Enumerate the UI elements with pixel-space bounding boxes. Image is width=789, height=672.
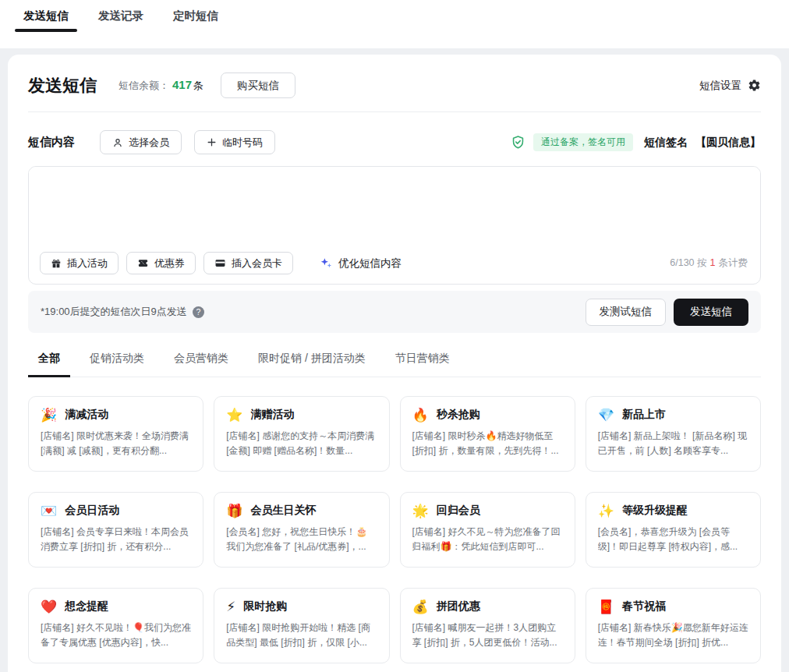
template-card-seckill[interactable]: 🔥秒杀抢购 [店铺名] 限时秒杀🔥精选好物低至 [折扣] 折，数量有限，先到先得… [400,396,575,472]
template-tab-festival[interactable]: 节日营销类 [385,348,460,377]
insert-activity-label: 插入活动 [67,256,108,271]
signature-value[interactable]: 【圆贝信息】 [695,136,761,150]
template-card-miss-you[interactable]: ❤️想念提醒 [店铺名] 好久不见啦！🎈我们为您准备了专属优惠 [优惠内容]，快… [28,588,203,663]
balance-label: 短信余额： [119,79,169,93]
template-title: 想念提醒 [65,599,108,614]
heart-icon: ❤️ [41,600,57,614]
gift-box-icon: 🎁 [226,504,242,518]
person-icon [112,137,123,148]
template-card-returning-member[interactable]: 🌟回归会员 [店铺名] 好久不见～特为您准备了回归福利🎁：凭此短信到店即可... [400,492,575,568]
template-card-spring-festival[interactable]: 🧧春节祝福 [店铺名] 新春快乐🎉愿您新年好运连连！春节期间全场 [折扣] 折优… [586,588,761,663]
gift-icon [51,258,62,269]
sms-content-input[interactable] [29,167,760,252]
insert-activity-button[interactable]: 插入活动 [40,252,119,274]
template-body: [店铺名] 感谢您的支持～本周消费满 [金额] 即赠 [赠品名称]！数量... [226,429,377,458]
send-sms-button[interactable]: 发送短信 [674,299,748,326]
lightning-icon: ⚡ [226,600,235,614]
top-tab-bar: 发送短信 发送记录 定时短信 [0,0,789,48]
send-test-sms-button[interactable]: 发测试短信 [586,299,667,326]
gem-icon: 💎 [598,409,614,422]
template-card-gift-with-purchase[interactable]: ⭐满赠活动 [店铺名] 感谢您的支持～本周消费满 [金额] 即赠 [赠品名称]！… [214,396,389,472]
template-title: 春节祝福 [622,599,666,614]
template-body: [店铺名] 限时抢购开始啦！精选 [商品类型] 最低 [折扣] 折，仅限 [小.… [226,621,377,649]
main-panel: 发送短信 短信余额： 417 条 购买短信 短信设置 短信内容 选择会员 临时号… [8,55,781,672]
tab-send-sms[interactable]: 发送短信 [23,9,69,22]
template-title: 限时抢购 [243,599,287,614]
template-body: [店铺名] 限时秒杀🔥精选好物低至 [折扣] 折，数量有限，先到先得！... [412,429,563,458]
insert-member-card-button[interactable]: 插入会员卡 [203,252,293,274]
template-body: [店铺名] 好久不见～特为您准备了回归福利🎁：凭此短信到店即可... [412,525,563,554]
editor-toolbar: 插入活动 优惠券 插入会员卡 优化短信内容 6/130 按1条计费 [29,252,760,284]
template-title: 回归会员 [437,504,480,518]
section-title-sms-content: 短信内容 [28,135,75,150]
template-card-birthday[interactable]: 🎁会员生日关怀 [会员名] 您好，祝您生日快乐！🎂 我们为您准备了 [礼品/优惠… [214,492,389,568]
help-icon[interactable]: ? [193,306,204,318]
template-body: [店铺名] 限时优惠来袭！全场消费满 [满额] 减 [减额]，更有积分翻... [41,429,191,458]
template-card-flash-sale[interactable]: ⚡限时抢购 [店铺名] 限时抢购开始啦！精选 [商品类型] 最低 [折扣] 折，… [214,588,389,663]
template-body: [会员名] 您好，祝您生日快乐！🎂 我们为您准备了 [礼品/优惠券]，... [226,525,377,554]
shield-check-icon [511,135,525,150]
template-body: [店铺名] 好久不见啦！🎈我们为您准备了专属优惠 [优惠内容]，快... [41,621,191,649]
template-title: 会员日活动 [65,504,119,518]
select-member-label: 选择会员 [129,136,169,150]
sms-settings-link[interactable]: 短信设置 [699,79,761,93]
balance-unit: 条 [193,79,203,93]
card-icon [214,257,226,269]
template-title: 等级升级提醒 [622,504,688,518]
template-card-group-buy[interactable]: 💰拼团优惠 [店铺名] 喊朋友一起拼！3人团购立享 [折扣] 折，5人团更低价！… [400,588,575,663]
sms-settings-label: 短信设置 [699,79,741,93]
optimize-sms-label: 优化短信内容 [338,256,402,271]
optimize-sms-button[interactable]: 优化短信内容 [320,256,402,271]
tab-scheduled-sms[interactable]: 定时短信 [173,9,218,22]
counter-count: 1 [710,257,716,268]
template-body: [店铺名] 新春快乐🎉愿您新年好运连连！春节期间全场 [折扣] 折优... [598,621,748,649]
sms-balance: 短信余额： 417 条 [119,78,203,93]
send-actions: 发测试短信 发送短信 [586,299,749,326]
template-body: [会员名]，恭喜您升级为 [会员等级]！即日起尊享 [特权内容]，感... [598,525,748,554]
schedule-notice: *19:00后提交的短信次日9点发送 [41,305,187,319]
template-card-level-upgrade[interactable]: ✨等级升级提醒 [会员名]，恭喜您升级为 [会员等级]！即日起尊享 [特权内容]… [586,492,761,568]
filing-status-badge: 通过备案，签名可用 [533,133,633,151]
page-title: 发送短信 [28,74,97,97]
template-title: 满减活动 [65,408,108,422]
template-card-full-reduction[interactable]: 🎉满减活动 [店铺名] 限时优惠来袭！全场消费满 [满额] 减 [减额]，更有积… [28,396,203,472]
compose-row: 短信内容 选择会员 临时号码 通过备案，签名可用 短信签名 【圆贝信息】 [28,130,761,154]
star-icon: ⭐ [226,409,242,422]
header-divider [28,111,761,112]
template-body: [店铺名] 会员专享日来啦！本周会员消费立享 [折扣] 折，还有积分... [41,525,191,554]
select-member-button[interactable]: 选择会员 [100,130,182,154]
signature-group: 通过备案，签名可用 短信签名 【圆贝信息】 [511,133,761,151]
coupon-button[interactable]: 优惠券 [126,252,196,274]
template-tab-promo[interactable]: 促销活动类 [80,348,154,377]
sparkles-emoji-icon: ✨ [598,504,614,518]
char-counter: 6/130 按1条计费 [670,256,748,270]
plus-icon [207,137,217,147]
template-tab-member[interactable]: 会员营销类 [164,348,239,377]
template-card-member-day[interactable]: 💌会员日活动 [店铺名] 会员专享日来啦！本周会员消费立享 [折扣] 折，还有积… [28,492,203,568]
template-title: 秒杀抢购 [437,408,480,422]
template-title: 满赠活动 [250,408,294,422]
money-bag-icon: 💰 [412,600,429,614]
template-title: 拼团优惠 [437,599,480,614]
template-grid: 🎉满减活动 [店铺名] 限时优惠来袭！全场消费满 [满额] 减 [减额]，更有积… [28,396,761,663]
template-tabs: 全部 促销活动类 会员营销类 限时促销 / 拼团活动类 节日营销类 [28,348,761,377]
tab-send-records[interactable]: 发送记录 [98,9,143,22]
template-tab-flash-group[interactable]: 限时促销 / 拼团活动类 [248,348,376,377]
coupon-label: 优惠券 [154,256,185,271]
counter-prefix: 6/130 按 [670,257,706,268]
red-envelope-icon: 🧧 [598,600,614,614]
ticket-icon [137,257,149,269]
sparkles-icon [320,256,333,270]
glowing-star-icon: 🌟 [412,504,429,518]
gear-icon [748,79,761,92]
template-card-new-product[interactable]: 💎新品上市 [店铺名] 新品上架啦！ [新品名称] 现已开售，前 [人数] 名顾… [586,396,761,472]
notice-bar: *19:00后提交的短信次日9点发送 ? 发测试短信 发送短信 [28,291,761,333]
party-popper-icon: 🎉 [41,409,57,422]
love-letter-icon: 💌 [41,504,57,518]
temp-number-button[interactable]: 临时号码 [194,130,275,154]
template-body: [店铺名] 新品上架啦！ [新品名称] 现已开售，前 [人数] 名顾客享专... [598,429,748,458]
template-tab-all[interactable]: 全部 [28,348,70,377]
fire-icon: 🔥 [412,409,429,422]
template-title: 新品上市 [622,408,666,422]
buy-sms-button[interactable]: 购买短信 [221,73,295,98]
